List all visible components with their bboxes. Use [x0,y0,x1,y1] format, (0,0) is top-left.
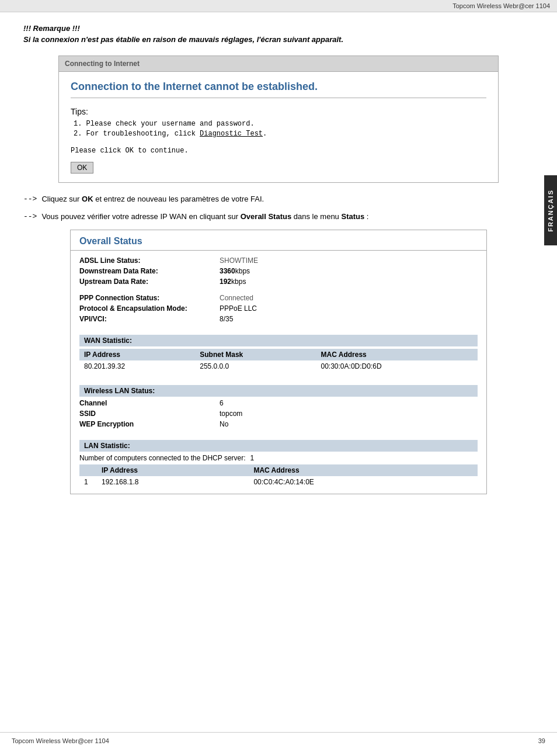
ppp-status-label: PPP Connection Status: [79,294,220,302]
downstream-num: 3360 [220,267,235,275]
lan-col-mac: MAC Address [249,464,478,476]
tip-2: 2. For troubleshooting, click Diagnostic… [74,130,486,138]
sidebar-label: FRANÇAIS [547,189,554,232]
upstream-row: Upstream Data Rate: 192kbps [79,278,478,286]
upstream-value: 192kbps [220,278,246,286]
dhcp-row: Number of computers connected to the DHC… [79,454,478,462]
wan-table: IP Address Subnet Mask MAC Address 80.20… [79,349,478,372]
lan-col-ip: IP Address [97,464,249,476]
top-bar: Topcom Wireless Webr@cer 1104 [0,0,557,12]
header-title: Topcom Wireless Webr@cer 1104 [452,2,550,9]
warning-subtitle: Si la connexion n'est pas établie en rai… [23,35,534,44]
arrow-1: --> [23,195,37,203]
lan-row-ip: 192.168.1.8 [97,476,249,488]
tip-1: 1. Please check your username and passwo… [74,120,486,128]
instruction-2-text: Vous pouvez vérifier votre adresse IP WA… [41,212,368,221]
protocol-label: Protocol & Encapsulation Mode: [79,304,220,313]
tips-section: Tips: 1. Please check your username and … [71,107,486,138]
upstream-num: 192 [220,278,231,286]
diagnostic-link[interactable]: Diagnostic Test [200,130,263,138]
instruction-1-text: Cliquez sur OK et entrez de nouveau les … [41,195,264,203]
downstream-label: Downstream Data Rate: [79,267,220,275]
spacer-3 [79,376,478,382]
wan-col-subnet: Subnet Mask [195,349,316,360]
spacer-4 [79,431,478,436]
lan-table: IP Address MAC Address 1 192.168.1.8 00:… [79,464,478,488]
wep-value: No [220,420,228,428]
sidebar-tab: FRANÇAIS [544,175,557,245]
footer-left: Topcom Wireless Webr@cer 1104 [12,737,109,744]
overall-status-bold: Overall Status [241,212,291,221]
vpivci-label: VPI/VCI: [79,315,220,323]
instruction-1: --> Cliquez sur OK et entrez de nouveau … [23,195,534,203]
tips-list: 1. Please check your username and passwo… [71,120,486,138]
browser-window: Connecting to Internet Connection to the… [58,56,499,183]
channel-row: Channel 6 [79,399,478,407]
ssid-row: SSID topcom [79,410,478,418]
wep-row: WEP Encryption No [79,420,478,428]
adsl-line-label: ADSL Line Status: [79,256,220,265]
adsl-line-row: ADSL Line Status: SHOWTIME [79,256,478,265]
downstream-value: 3360kbps [220,267,250,275]
wan-col-ip: IP Address [79,349,195,360]
adsl-line-value: SHOWTIME [220,256,258,265]
warning-section: !!! Remarque !!! Si la connexion n'est p… [23,24,534,44]
ssid-value: topcom [220,410,242,418]
lan-col-num [79,464,97,476]
ok-button[interactable]: OK [71,162,93,174]
wan-ip-value: 80.201.39.32 [79,360,195,372]
wan-mac-value: 00:30:0A:0D:D0:6D [316,360,478,372]
please-click-text: Please click OK to continue. [71,147,486,155]
browser-title-bar: Connecting to Internet [59,56,498,72]
overall-status-title: Overall Status [71,230,486,251]
main-content: !!! Remarque !!! Si la connexion n'est p… [0,12,557,529]
downstream-suffix: kbps [235,267,250,275]
ppp-status-value: Connected [220,294,253,302]
vpivci-row: VPI/VCI: 8/35 [79,315,478,323]
lan-row-mac: 00:C0:4C:A0:14:0E [249,476,478,488]
browser-content: Connection to the Internet cannot be est… [59,72,498,182]
connection-error-title: Connection to the Internet cannot be est… [71,81,486,98]
upstream-suffix: kbps [231,278,246,286]
page-footer: Topcom Wireless Webr@cer 1104 39 [0,732,557,744]
ssid-label: SSID [79,410,220,418]
lan-row-num: 1 [79,476,97,488]
wan-table-row: 80.201.39.32 255.0.0.0 00:30:0A:0D:D0:6D [79,360,478,372]
wireless-section-header: Wireless LAN Status: [79,385,478,397]
arrow-2: --> [23,212,37,221]
wan-col-mac: MAC Address [316,349,478,360]
page-wrapper: Topcom Wireless Webr@cer 1104 FRANÇAIS !… [0,0,557,756]
lan-table-header-row: IP Address MAC Address [79,464,478,476]
browser-title: Connecting to Internet [65,60,140,68]
status-bold: Status [341,212,364,221]
ok-bold: OK [82,195,93,203]
lan-table-row: 1 192.168.1.8 00:C0:4C:A0:14:0E [79,476,478,488]
protocol-value: PPPoE LLC [220,304,257,313]
dhcp-label: Number of computers connected to the DHC… [79,454,246,462]
ppp-status-row: PPP Connection Status: Connected [79,294,478,302]
protocol-row: Protocol & Encapsulation Mode: PPPoE LLC [79,304,478,313]
channel-label: Channel [79,399,220,407]
status-content: ADSL Line Status: SHOWTIME Downstream Da… [71,251,486,494]
wan-section-header: WAN Statistic: [79,335,478,346]
spacer-1 [79,288,478,294]
vpivci-value: 8/35 [220,315,233,323]
lan-section-header: LAN Statistic: [79,440,478,452]
dhcp-count: 1 [250,454,255,462]
channel-value: 6 [220,399,224,407]
wan-subnet-value: 255.0.0.0 [195,360,316,372]
instruction-2: --> Vous pouvez vérifier votre adresse I… [23,212,534,221]
tips-title: Tips: [71,107,486,116]
warning-title: !!! Remarque !!! [23,24,534,33]
wep-label: WEP Encryption [79,420,220,428]
overall-status-panel: Overall Status ADSL Line Status: SHOWTIM… [70,230,487,494]
upstream-label: Upstream Data Rate: [79,278,220,286]
spacer-2 [79,325,478,331]
wan-table-header-row: IP Address Subnet Mask MAC Address [79,349,478,360]
footer-right: 39 [538,737,545,744]
downstream-row: Downstream Data Rate: 3360kbps [79,267,478,275]
